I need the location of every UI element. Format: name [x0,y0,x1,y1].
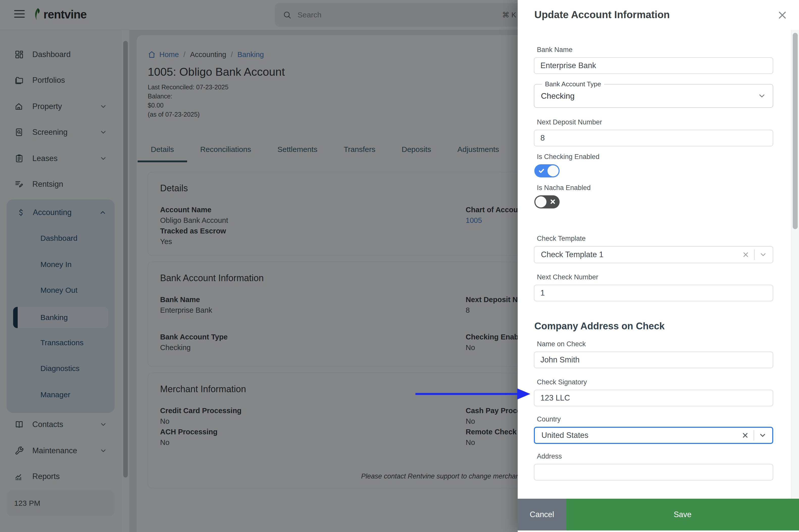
is-nacha-enabled-group: Is Nacha Enabled [534,184,773,208]
clear-icon[interactable] [741,432,749,439]
check-icon [538,168,544,175]
bank-account-type-select[interactable]: Bank Account Type Checking [534,84,773,108]
bank-name-input[interactable] [534,57,773,74]
chevron-down-icon [758,92,766,100]
save-button[interactable]: Save [566,499,799,531]
clear-icon[interactable] [742,251,749,259]
check-signatory-input[interactable] [534,390,773,406]
name-on-check-group: Name on Check [534,340,773,368]
drawer-body: Bank Name Bank Account Type Checking Nex… [534,30,773,499]
toggle-knob [547,165,559,176]
address-group: Address [534,453,773,480]
is-checking-enabled-toggle[interactable] [534,164,560,177]
x-icon [550,199,556,205]
check-template-group: Check Template Check Template 1 [534,235,773,263]
update-account-drawer: Update Account Information Bank Name Ban… [518,0,799,532]
is-checking-enabled-group: Is Checking Enabled [534,153,773,177]
app-root: rentvine ⌘ K Dashboard Portfolios Proper… [0,0,799,532]
drawer-title: Update Account Information [534,9,670,20]
drawer-scrollbar-thumb[interactable] [793,33,798,229]
name-on-check-input[interactable] [534,352,773,368]
chevron-down-icon [759,431,767,439]
chevron-down-icon [759,251,767,259]
country-group: Country United States [534,415,773,444]
check-template-select[interactable]: Check Template 1 [534,246,773,263]
select-divider [754,249,755,260]
company-address-heading: Company Address on Check [534,321,773,331]
next-check-input[interactable] [534,285,773,301]
next-deposit-input[interactable] [534,130,773,146]
check-signatory-group: Check Signatory [534,378,773,406]
cancel-button[interactable]: Cancel [518,499,566,531]
close-icon[interactable] [777,10,788,21]
drawer-footer: Cancel Save [518,499,799,531]
drawer-scrollbar [791,30,799,499]
address-input[interactable] [534,464,773,480]
drawer-header: Update Account Information [518,0,799,30]
next-check-group: Next Check Number [534,273,773,301]
next-deposit-group: Next Deposit Number [534,118,773,146]
country-select[interactable]: United States [534,427,773,444]
toggle-knob [535,196,546,207]
select-divider [754,430,754,441]
bank-account-type-group: Bank Account Type Checking [534,84,773,108]
bank-name-group: Bank Name [534,46,773,74]
is-nacha-enabled-toggle[interactable] [534,195,560,208]
